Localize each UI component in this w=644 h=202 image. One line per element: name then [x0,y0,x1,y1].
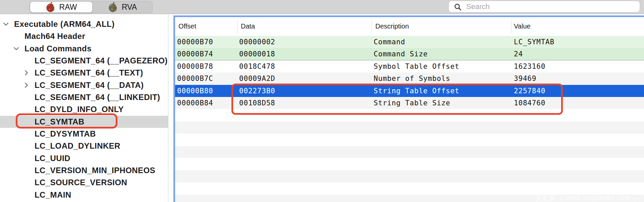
column-divider[interactable] [511,20,512,33]
sidebar-item-load-commands[interactable]: Load Commands [0,43,168,55]
gray-apple-icon [108,2,118,12]
table-row[interactable]: 00000B74 00000018 Command Size 24 [175,48,644,60]
red-apple-icon [46,2,56,12]
table-header-row: Offset Data Description Value [175,17,644,36]
table-row[interactable]: 00000B84 00108D58 String Table Size 1084… [175,97,644,109]
sidebar-item-lc-segment-pagezero[interactable]: LC_SEGMENT_64 (__PAGEZERO) [0,55,168,67]
search-input[interactable] [466,2,634,11]
empty-row [175,183,644,195]
rva-button-label: RVA [122,3,137,12]
sidebar-item-lc-uuid[interactable]: LC_UUID [0,152,168,164]
table-row[interactable]: 00000B78 0018C478 Symbol Table Offset 16… [175,60,644,72]
raw-button[interactable]: RAW [30,1,93,13]
table-row-selected[interactable]: 00000B80 002273B0 String Table Offset 22… [175,85,644,97]
machoview-window: RAW RVA [0,0,644,202]
column-header-data[interactable]: Data [241,22,255,30]
sidebar-item-executable[interactable]: Executable (ARM64_ALL) [0,18,168,30]
column-divider[interactable] [372,20,372,33]
chevron-right-icon[interactable] [23,70,29,76]
sidebar-item-lc-load-dylinker[interactable]: LC_LOAD_DYLINKER [0,140,168,152]
rva-button[interactable]: RVA [93,1,152,13]
column-divider[interactable] [237,20,237,33]
sidebar-item-lc-segment-data[interactable]: LC_SEGMENT_64 (__DATA) [0,79,168,91]
table-row[interactable]: 00000B7C 00009A2D Number of Symbols 3946… [175,72,644,85]
sidebar-item-lc-dysymtab[interactable]: LC_DYSYMTAB [0,128,168,140]
raw-rva-segmented-control: RAW RVA [30,1,153,13]
empty-row [175,121,644,134]
sidebar-item-lc-version-min-iphoneos[interactable]: LC_VERSION_MIN_IPHONEOS [0,164,168,176]
search-field [448,1,640,12]
empty-row [175,170,644,182]
empty-row [175,158,644,170]
column-header-value[interactable]: Value [514,22,531,30]
chevron-down-icon[interactable] [13,46,19,51]
sidebar-item-lc-segment-linkedit[interactable]: LC_SEGMENT_64 (__LINKEDIT) [0,91,168,103]
sidebar-item-lc-symtab[interactable]: LC_SYMTAB [0,116,168,128]
data-table: Offset Data Description Value 00000B70 0… [173,15,644,202]
sidebar-tree: Executable (ARM64_ALL) Mach64 Header Loa… [0,14,168,202]
empty-row [175,109,644,121]
column-header-description[interactable]: Description [375,22,409,30]
toolbar: RAW RVA [0,0,644,14]
sidebar-item-lc-segment-text[interactable]: LC_SEGMENT_64 (__TEXT) [0,67,168,79]
chevron-right-icon[interactable] [23,82,29,88]
sidebar-item-mach64-header[interactable]: Mach64 Header [0,30,168,42]
empty-row [175,146,644,158]
table-row[interactable]: 00000B70 00000002 Command LC_SYMTAB [175,36,644,48]
column-header-offset[interactable]: Offset [178,22,196,30]
sidebar-item-lc-source-version[interactable]: LC_SOURCE_VERSION [0,176,168,189]
empty-row [175,134,644,146]
raw-button-label: RAW [59,3,77,12]
search-icon [454,3,462,11]
empty-row [175,195,644,202]
table-body: 00000B70 00000002 Command LC_SYMTAB 0000… [175,36,644,202]
sidebar-item-lc-dyld-info-only[interactable]: LC_DYLD_INFO_ONLY [0,103,168,115]
chevron-down-icon[interactable] [3,21,9,27]
sidebar-item-lc-main[interactable]: LC_MAIN [0,189,168,201]
